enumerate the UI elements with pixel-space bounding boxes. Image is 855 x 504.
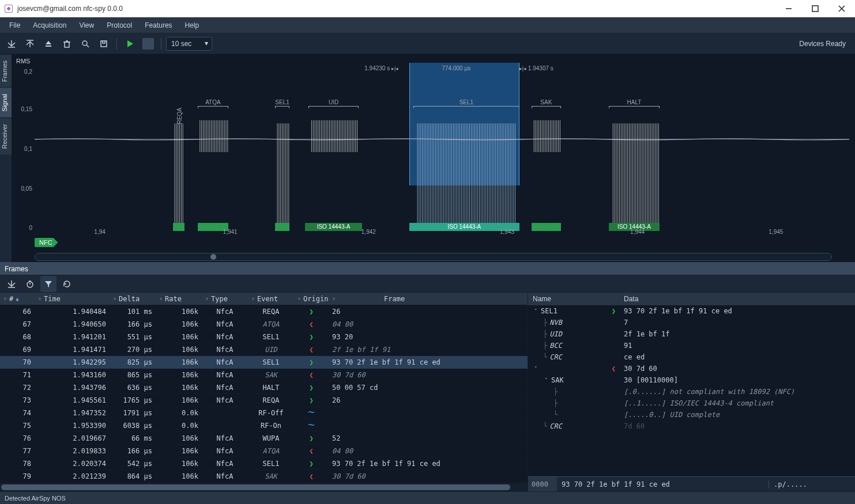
signal-plot[interactable]: RMS 0,2 0,15 0,1 0,05 0 1.94230 s ▸|◂ 77… — [12, 54, 855, 252]
filter-button[interactable] — [40, 276, 57, 292]
close-button[interactable] — [828, 0, 855, 17]
stop-button[interactable] — [140, 36, 156, 52]
y-tick: 0 — [29, 225, 32, 231]
menu-features[interactable]: Features — [139, 19, 178, 32]
side-tabs: Frames Signal Receiver — [0, 54, 12, 262]
x-axis: 1,94 1,941 1,942 1,943 1,944 1,945 — [35, 229, 849, 238]
detail-row[interactable]: ˅SAK30 [00110000] — [528, 374, 855, 386]
table-row[interactable]: 701.942295825 µs106kNfcASEL1❯93 70 2f 1e… — [0, 356, 528, 369]
menu-protocol[interactable]: Protocol — [101, 19, 138, 32]
save-button[interactable] — [22, 36, 38, 52]
detail-row[interactable]: ˅SEL1❯93 70 2f 1e bf 1f 91 ce ed — [528, 305, 855, 317]
detail-row[interactable]: └CRCce ed — [528, 351, 855, 363]
table-row[interactable]: 731.9455611765 µs106kNfcAREQA❯26 — [0, 394, 528, 407]
detail-col-name[interactable]: Name — [528, 295, 619, 303]
burst-label-atqa: ATQA — [205, 99, 220, 105]
detail-row[interactable]: └[.....0..] UID complete — [528, 409, 855, 420]
burst-label-sak: SAK — [540, 99, 552, 105]
menu-acquisition[interactable]: Acquisition — [27, 19, 72, 32]
export-frames-button[interactable] — [3, 276, 20, 292]
open-button[interactable] — [3, 36, 20, 52]
x-tick: 1,942 — [361, 229, 376, 235]
svg-rect-9 — [46, 46, 51, 47]
burst-label-sel1: SEL1 — [275, 99, 289, 105]
hex-offset: 0000 — [528, 477, 557, 491]
maximize-button[interactable] — [802, 0, 828, 17]
y-tick: 0,15 — [21, 106, 32, 112]
detail-row[interactable]: ˅❮30 7d 60 — [528, 363, 855, 374]
col-delta[interactable]: ▿ Delta — [110, 295, 156, 303]
col-frame[interactable]: ▿ Frame — [329, 295, 528, 303]
table-row[interactable]: 711.943160865 µs106kNfcASAK❮30 7d 60 — [0, 369, 528, 381]
export-button[interactable] — [96, 36, 112, 52]
detail-row[interactable]: ├[.0......] not compliant with 18092 (NF… — [528, 386, 855, 397]
detail-col-data[interactable]: Data — [619, 295, 855, 303]
frames-h-scrollbar[interactable] — [0, 483, 528, 491]
frames-table-header: ▿ # ▲ ▿ Time ▿ Delta ▿ Rate ▿ Type ▿ Eve… — [0, 293, 528, 305]
table-row[interactable]: 772.019833166 µs106kNfcAATQA❮04 00 — [0, 445, 528, 457]
search-button[interactable] — [77, 36, 93, 52]
table-row[interactable]: 681.941201551 µs106kNfcASEL1❯93 20 — [0, 331, 528, 343]
time-range-select[interactable]: 10 sec — [166, 37, 212, 51]
svg-marker-190 — [45, 281, 52, 287]
table-row[interactable]: 671.940650166 µs106kNfcAATQA❮04 00 — [0, 318, 528, 331]
y-tick: 0,1 — [24, 146, 32, 152]
trash-button[interactable] — [59, 36, 75, 52]
toolbar: 10 sec Devices Ready — [0, 33, 855, 54]
nfc-badge[interactable]: NFC — [35, 238, 58, 247]
table-row[interactable]: 762.01966766 ms106kNfcAWUPA❯52 — [0, 432, 528, 445]
refresh-button[interactable] — [59, 276, 75, 292]
menu-file[interactable]: File — [3, 19, 26, 32]
frame-detail-panel: Name Data ˅SEL1❯93 70 2f 1e bf 1f 91 ce … — [528, 293, 855, 491]
eject-button[interactable] — [40, 36, 57, 52]
overview-scrollbar[interactable] — [35, 253, 832, 261]
col-time[interactable]: ▿ Time — [35, 295, 110, 303]
detail-row[interactable]: ├NVB7 — [528, 317, 855, 328]
hex-ascii: .p/..... — [769, 480, 855, 488]
svg-rect-10 — [65, 42, 69, 47]
overview-scroll-handle[interactable] — [210, 254, 216, 260]
table-row[interactable]: 721.943796636 µs106kNfcAHALT❯50 00 57 cd — [0, 381, 528, 394]
col-idx[interactable]: ▿ # ▲ — [0, 295, 35, 303]
detail-row[interactable]: ├BCC91 — [528, 340, 855, 351]
frames-panel-header: Frames — [0, 263, 855, 275]
status-text: Detected AirSpy NOS — [5, 495, 66, 502]
frames-toolbar — [0, 275, 855, 293]
table-row[interactable]: 751.9533906038 µs0.0kRF-On〜 — [0, 419, 528, 432]
tab-signal-side[interactable]: Signal — [0, 88, 12, 118]
table-row[interactable]: 661.940484101 ms106kNfcAREQA❯26 — [0, 305, 528, 318]
burst-label-halt: HALT — [627, 99, 642, 105]
burst-label-reqa: REQA — [176, 108, 183, 124]
col-event[interactable]: ▿ Event — [248, 295, 294, 303]
titlebar: josevcm@gmail.com nfc-spy 0.0.0 — [0, 0, 855, 17]
detail-row[interactable]: ├[..1.....] ISO/IEC 14443-4 compliant — [528, 397, 855, 409]
table-row[interactable]: 792.021239864 µs106kNfcASAK❮30 7d 60 — [0, 470, 528, 483]
tab-frames-side[interactable]: Frames — [0, 54, 12, 88]
svg-rect-1 — [812, 6, 818, 12]
detail-row[interactable]: └CRC7d 60 — [528, 420, 855, 432]
burst-label-uid: UID — [329, 99, 338, 105]
x-tick: 1,944 — [630, 229, 645, 235]
play-button[interactable] — [122, 36, 138, 52]
col-rate[interactable]: ▿ Rate — [156, 295, 202, 303]
tab-receiver-side[interactable]: Receiver — [0, 118, 12, 154]
statusbar: Detected AirSpy NOS — [0, 491, 855, 504]
x-tick: 1,941 — [223, 229, 238, 235]
signal-section: Frames Signal Receiver RMS 0,2 0,15 0,1 … — [0, 54, 855, 263]
toolbar-separator — [116, 38, 117, 50]
svg-marker-16 — [127, 40, 133, 47]
detail-row[interactable]: ├UID2f 1e bf 1f — [528, 328, 855, 340]
burst-label-sel1-sel: SEL1 — [459, 99, 473, 105]
app-icon — [5, 5, 13, 13]
svg-rect-15 — [101, 41, 107, 47]
minimize-button[interactable] — [775, 0, 802, 17]
table-row[interactable]: 782.020374542 µs106kNfcASEL1❯93 70 2f 1e… — [0, 457, 528, 470]
table-row[interactable]: 691.941471270 µs106kNfcAUID❮2f 1e bf 1f … — [0, 343, 528, 356]
table-row[interactable]: 741.9473521791 µs0.0kRF-Off〜 — [0, 407, 528, 419]
menu-help[interactable]: Help — [179, 19, 205, 32]
col-origin[interactable]: ▿ Origin — [294, 295, 329, 303]
col-type[interactable]: ▿ Type — [202, 295, 248, 303]
frames-table: ▿ # ▲ ▿ Time ▿ Delta ▿ Rate ▿ Type ▿ Eve… — [0, 293, 528, 491]
menu-view[interactable]: View — [73, 19, 100, 32]
timing-button[interactable] — [22, 276, 38, 292]
